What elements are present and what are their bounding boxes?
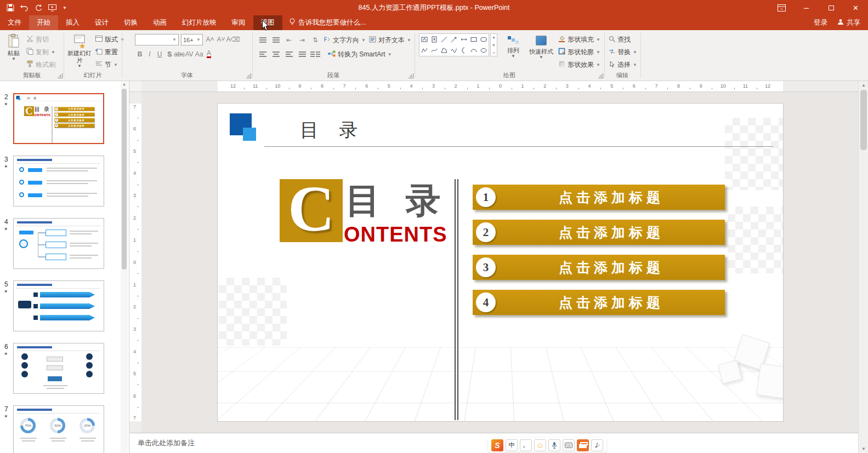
toc-item-2[interactable]: 2点击添加标题 bbox=[473, 220, 725, 245]
underline-button[interactable]: U bbox=[155, 49, 164, 59]
format-painter-button[interactable]: 格式刷 bbox=[26, 59, 55, 70]
slide-title-text[interactable]: 目 录 bbox=[27, 96, 38, 100]
ribbon-tab-幻灯片放映[interactable]: 幻灯片放映 bbox=[174, 15, 224, 30]
section-button[interactable]: 节▼ bbox=[95, 59, 124, 70]
replace-button[interactable]: 替换▼ bbox=[609, 47, 637, 58]
shape-option-icon[interactable] bbox=[439, 34, 449, 45]
contents-c-block[interactable]: C bbox=[24, 106, 34, 116]
quick-styles-button[interactable]: 快速样式 ▼ bbox=[526, 31, 556, 60]
select-button[interactable]: 选择▼ bbox=[609, 59, 637, 70]
shape-option-icon[interactable] bbox=[479, 34, 489, 45]
change-case-button[interactable]: Aa bbox=[194, 49, 204, 59]
increase-indent-button[interactable]: ⇥ bbox=[297, 35, 307, 45]
main-scrollbar[interactable]: ▲ ▼ bbox=[858, 81, 868, 453]
sogou-logo-icon[interactable]: S bbox=[491, 439, 503, 451]
drawing-dialog-launcher[interactable] bbox=[598, 73, 603, 78]
slide-editor[interactable]: 目 录C目 录ONTENTS1点击添加标题2点击添加标题3点击添加标题4点击添加… bbox=[218, 104, 783, 421]
ribbon-tab-审阅[interactable]: 审阅 bbox=[224, 15, 253, 30]
decrease-indent-button[interactable]: ⇤ bbox=[284, 35, 294, 45]
text-shadow-button[interactable]: S bbox=[164, 49, 174, 59]
emoji-icon[interactable]: ☺ bbox=[534, 439, 546, 451]
contents-subtitle[interactable]: ONTENTS bbox=[344, 223, 447, 246]
toc-item-4[interactable]: 4点击添加标题 bbox=[473, 290, 725, 315]
scroll-down-icon[interactable]: ▼ bbox=[859, 446, 868, 451]
reset-button[interactable]: 重置 bbox=[95, 47, 124, 58]
bold-button[interactable]: B bbox=[135, 49, 145, 59]
clipboard-dialog-launcher[interactable] bbox=[58, 73, 63, 78]
text-direction-button[interactable]: 文字方向▼ bbox=[324, 35, 366, 45]
shape-option-icon[interactable] bbox=[479, 45, 489, 56]
cut-button[interactable]: 剪切 bbox=[26, 34, 55, 45]
redo-icon[interactable] bbox=[35, 4, 42, 12]
contents-c-block[interactable]: C bbox=[280, 179, 343, 242]
sign-in-link[interactable]: 登录 bbox=[814, 18, 827, 27]
vertical-ruler[interactable]: 765432101234567 bbox=[129, 92, 141, 433]
font-dialog-launcher[interactable] bbox=[246, 73, 251, 78]
columns-button[interactable] bbox=[310, 49, 320, 60]
slide-title-text[interactable]: 目 录 bbox=[300, 118, 365, 143]
paragraph-dialog-launcher[interactable] bbox=[409, 73, 413, 78]
numbering-button[interactable] bbox=[271, 35, 281, 45]
start-slideshow-icon[interactable] bbox=[48, 4, 56, 12]
shape-option-icon[interactable] bbox=[419, 34, 429, 45]
slide-thumbnail-6[interactable] bbox=[13, 343, 104, 394]
bullets-button[interactable] bbox=[258, 35, 268, 45]
italic-button[interactable]: I bbox=[145, 49, 155, 59]
scroll-up-icon[interactable]: ▲ bbox=[121, 82, 128, 86]
contents-subtitle[interactable]: ONTENTS bbox=[34, 113, 50, 117]
shapes-gallery-scroll[interactable]: ▲▼≡ bbox=[490, 33, 497, 56]
undo-icon[interactable] bbox=[20, 4, 29, 12]
arrange-button[interactable]: 排列 ▼ bbox=[501, 31, 525, 59]
ribbon-tab-切换[interactable]: 切换 bbox=[116, 15, 145, 30]
layout-button[interactable]: 版式▼ bbox=[95, 34, 124, 45]
shape-option-icon[interactable] bbox=[469, 45, 479, 56]
shape-option-icon[interactable] bbox=[459, 45, 469, 56]
shapes-gallery[interactable] bbox=[419, 33, 489, 56]
slide-canvas[interactable]: 目 录C目 录ONTENTS1点击添加标题2点击添加标题3点击添加标题4点击添加… bbox=[141, 92, 858, 433]
shape-outline-button[interactable]: 形状轮廓▼ bbox=[558, 47, 600, 58]
keyboard-icon[interactable] bbox=[563, 439, 575, 451]
ribbon-display-options-icon[interactable] bbox=[769, 0, 794, 15]
toc-item-4[interactable]: 4点击添加标题 bbox=[54, 124, 94, 128]
toc-item-2[interactable]: 2点击添加标题 bbox=[54, 112, 94, 116]
toc-item-3[interactable]: 3点击添加标题 bbox=[473, 255, 725, 280]
horizontal-ruler[interactable]: 1211109876543210123456789101112 bbox=[141, 81, 858, 92]
ribbon-tab-插入[interactable]: 插入 bbox=[58, 15, 87, 30]
share-button[interactable]: 共享 bbox=[837, 18, 860, 27]
scroll-up-icon[interactable]: ▲ bbox=[859, 83, 868, 88]
slide-thumbnail-7[interactable]: 75%50%25% bbox=[13, 405, 104, 453]
thumbnail-scrollbar[interactable]: ▲ bbox=[121, 81, 128, 453]
ribbon-tab-开始[interactable]: 开始 bbox=[29, 15, 58, 30]
shape-option-icon[interactable] bbox=[439, 45, 449, 56]
new-slide-button[interactable]: 新建幻灯片 ▼ bbox=[67, 31, 92, 68]
font-size-combo[interactable]: 16+▼ bbox=[181, 34, 203, 45]
find-button[interactable]: 查找 bbox=[609, 34, 637, 45]
wrench-icon[interactable] bbox=[591, 439, 603, 451]
slide-thumbnail-2[interactable]: 目 录C目 录ONTENTS1点击添加标题2点击添加标题3点击添加标题4点击添加… bbox=[13, 93, 104, 144]
align-text-button[interactable]: 对齐文本▼ bbox=[369, 35, 411, 45]
punctuation-icon[interactable]: 。 bbox=[520, 439, 532, 451]
line-spacing-button[interactable]: ⇅ bbox=[310, 35, 320, 45]
smartart-button[interactable]: 转换为 SmartArt▼ bbox=[328, 49, 392, 60]
slide-thumbnail-4[interactable] bbox=[13, 218, 104, 269]
ribbon-tab-设计[interactable]: 设计 bbox=[87, 15, 116, 30]
tell-me-box[interactable]: 告诉我您想要做什么... bbox=[282, 15, 373, 30]
save-icon[interactable] bbox=[7, 4, 14, 12]
contents-big-title[interactable]: 目 录 bbox=[345, 177, 449, 225]
toolbox-icon[interactable] bbox=[577, 439, 589, 451]
shape-effects-button[interactable]: 形状效果▼ bbox=[558, 59, 600, 70]
close-button[interactable]: ✕ bbox=[843, 0, 868, 15]
font-name-combo[interactable]: ▼ bbox=[135, 34, 179, 45]
toc-item-1[interactable]: 1点击添加标题 bbox=[473, 185, 725, 210]
toc-item-1[interactable]: 1点击添加标题 bbox=[54, 107, 94, 111]
shape-option-icon[interactable] bbox=[449, 45, 459, 56]
shape-option-icon[interactable] bbox=[469, 34, 479, 45]
shape-fill-button[interactable]: 形状填充▼ bbox=[558, 34, 600, 45]
shape-option-icon[interactable] bbox=[459, 34, 469, 45]
slide-thumbnail-3[interactable] bbox=[13, 156, 104, 207]
chinese-mode-icon[interactable]: 中 bbox=[506, 439, 518, 451]
shape-option-icon[interactable] bbox=[449, 34, 459, 45]
font-color-button[interactable]: A bbox=[204, 49, 214, 59]
shape-option-icon[interactable] bbox=[429, 34, 439, 45]
align-left-button[interactable] bbox=[258, 49, 268, 60]
